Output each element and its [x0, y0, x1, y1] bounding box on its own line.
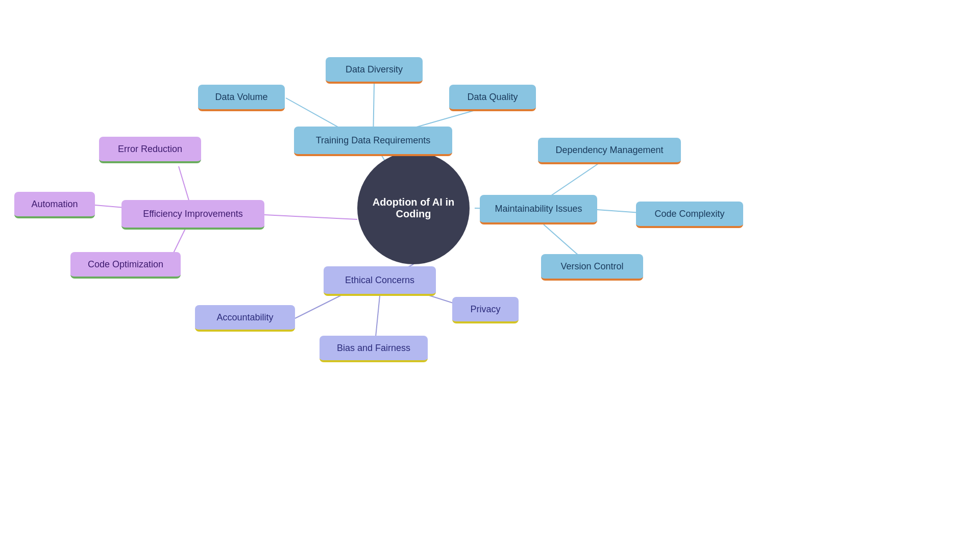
data-diversity-node[interactable]: Data Diversity — [326, 57, 423, 84]
privacy-node[interactable]: Privacy — [452, 297, 519, 323]
efficiency-node[interactable]: Efficiency Improvements — [121, 200, 264, 230]
bias-fairness-node[interactable]: Bias and Fairness — [320, 336, 428, 362]
training-data-node[interactable]: Training Data Requirements — [294, 127, 452, 156]
data-volume-node[interactable]: Data Volume — [198, 85, 285, 111]
maintainability-node[interactable]: Maintainability Issues — [480, 195, 597, 224]
svg-line-15 — [376, 296, 380, 337]
ethical-concerns-node[interactable]: Ethical Concerns — [324, 266, 436, 296]
svg-line-8 — [264, 215, 357, 219]
accountability-node[interactable]: Accountability — [195, 305, 295, 332]
automation-node[interactable]: Automation — [14, 192, 95, 218]
data-quality-node[interactable]: Data Quality — [449, 85, 536, 111]
code-optimization-node[interactable]: Code Optimization — [70, 252, 181, 279]
center-node: Adoption of AI in Coding — [357, 152, 470, 264]
error-reduction-node[interactable]: Error Reduction — [99, 137, 201, 163]
version-control-node[interactable]: Version Control — [541, 254, 643, 281]
code-complexity-node[interactable]: Code Complexity — [636, 202, 743, 228]
dependency-node[interactable]: Dependency Management — [538, 138, 681, 164]
